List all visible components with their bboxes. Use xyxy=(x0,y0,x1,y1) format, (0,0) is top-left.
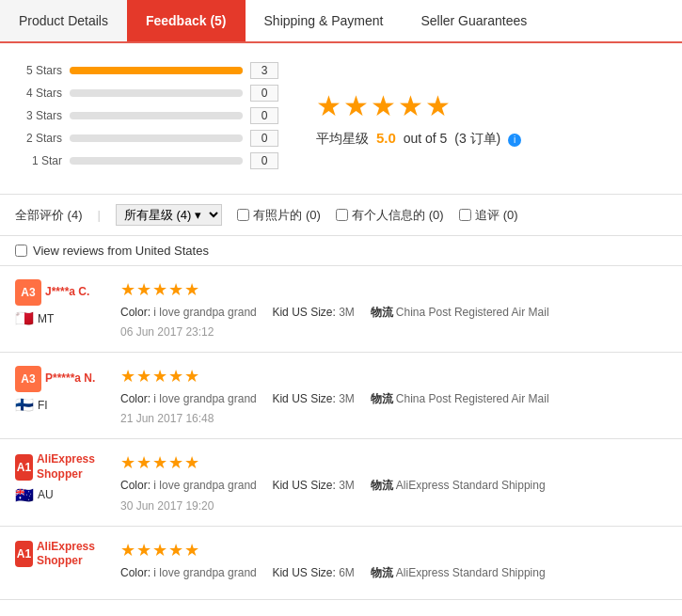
size-value: 3M xyxy=(339,479,355,492)
star-label-2: 2 Stars xyxy=(15,132,62,145)
country-code: MT xyxy=(38,312,54,325)
review-content: ★★★★★ Color: i love grandpa grand Kid US… xyxy=(120,452,667,512)
view-us-label: View reviews from United States xyxy=(33,244,209,258)
avg-num: 5.0 xyxy=(376,130,396,146)
country-code: AU xyxy=(38,488,54,501)
tab-product-details[interactable]: Product Details xyxy=(0,0,127,41)
filter-bar: 全部评价 (4) | 所有星级 (4) ▾ 有照片的(0) 有个人信息的(0) … xyxy=(0,195,682,236)
reviewer-country: 🇲🇹MT xyxy=(15,309,54,327)
bar-bg-2 xyxy=(70,134,243,142)
star-count-5: 3 xyxy=(250,62,278,79)
bar-fill-5 xyxy=(70,67,243,74)
avg-text: 平均星级 5.0 out of 5 (3 订单) i xyxy=(316,130,521,148)
rating-display: ★★★★★ 平均星级 5.0 out of 5 (3 订单) i xyxy=(297,62,521,175)
color-label: Color: xyxy=(120,566,151,579)
review-stars: ★★★★★ xyxy=(120,366,667,387)
size-value: 3M xyxy=(339,306,355,319)
tab-shipping-payment[interactable]: Shipping & Payment xyxy=(246,0,403,41)
star-label-1: 1 Star xyxy=(15,154,62,167)
star-filter-select[interactable]: 所有星级 (4) ▾ xyxy=(116,204,222,226)
review-content: ★★★★★ Color: i love grandpa grand Kid US… xyxy=(120,279,667,339)
star-row-3: 3 Stars 0 xyxy=(15,107,278,124)
rating-summary: 5 Stars 3 4 Stars 0 3 Stars 0 2 Stars xyxy=(0,43,682,195)
review-stars: ★★★★★ xyxy=(120,279,667,300)
review-stars: ★★★★★ xyxy=(120,452,667,473)
review-date: 21 Jun 2017 16:48 xyxy=(120,412,667,425)
reviewer-name: J****a C. xyxy=(45,285,89,300)
star-count-2: 0 xyxy=(250,130,278,147)
review-row: A1 AliExpress Shopper 🇦🇺AU ★★★★★ Color: … xyxy=(0,439,682,526)
review-meta: Color: i love grandpa grand Kid US Size:… xyxy=(120,304,667,322)
bar-bg-5 xyxy=(70,67,243,74)
filter-follow-checkbox[interactable] xyxy=(459,209,471,221)
filter-with-photo-count: (0) xyxy=(306,208,321,222)
filter-divider: | xyxy=(98,208,101,222)
reviewer-country: 🇦🇺AU xyxy=(15,486,54,504)
reviewer-country: 🇫🇮FI xyxy=(15,396,48,414)
review-date: 06 Jun 2017 23:12 xyxy=(120,325,667,339)
avatar: A3 xyxy=(15,279,41,306)
filter-with-photo-checkbox[interactable] xyxy=(237,209,249,221)
bar-bg-4 xyxy=(70,89,243,97)
review-row: A1 AliExpress Shopper ★★★★★ Color: i lov… xyxy=(0,527,682,600)
shipping-label: 物流 xyxy=(371,306,393,319)
color-value: i love grandpa grand xyxy=(153,566,256,579)
avatar: A1 xyxy=(15,454,33,481)
tab-seller-guarantees[interactable]: Seller Guarantees xyxy=(402,0,546,41)
size-label: Kid US Size: xyxy=(272,392,335,405)
color-label: Color: xyxy=(120,392,151,405)
star-label-3: 3 Stars xyxy=(15,109,62,122)
filter-all[interactable]: 全部评价 (4) xyxy=(15,207,83,224)
flag-icon: 🇫🇮 xyxy=(15,396,34,414)
info-icon[interactable]: i xyxy=(508,134,521,147)
shipping-label: 物流 xyxy=(371,479,393,492)
size-label: Kid US Size: xyxy=(272,566,335,579)
filter-follow[interactable]: 追评(0) xyxy=(459,207,518,224)
review-row: A3 J****a C. 🇲🇹MT ★★★★★ Color: i love gr… xyxy=(0,266,682,353)
country-code: FI xyxy=(38,399,48,412)
star-count-4: 0 xyxy=(250,85,278,102)
star-row-1: 1 Star 0 xyxy=(15,152,278,169)
color-value: i love grandpa grand xyxy=(153,392,256,405)
size-value: 6M xyxy=(339,566,355,579)
color-label: Color: xyxy=(120,306,151,319)
reviewer-info: A1 AliExpress Shopper xyxy=(15,540,109,586)
shipping-label: 物流 xyxy=(371,566,393,579)
filter-with-info[interactable]: 有个人信息的(0) xyxy=(336,207,444,224)
star-row-2: 2 Stars 0 xyxy=(15,130,278,147)
color-label: Color: xyxy=(120,479,151,492)
color-value: i love grandpa grand xyxy=(153,306,256,319)
star-count-3: 0 xyxy=(250,107,278,124)
review-meta: Color: i love grandpa grand Kid US Size:… xyxy=(120,564,667,582)
star-row-4: 4 Stars 0 xyxy=(15,85,278,102)
reviewer-name: P*****a N. xyxy=(45,371,95,387)
review-date: 30 Jun 2017 19:20 xyxy=(120,499,667,513)
star-row-5: 5 Stars 3 xyxy=(15,62,278,79)
review-stars: ★★★★★ xyxy=(120,540,667,561)
filter-with-info-checkbox[interactable] xyxy=(336,209,348,221)
star-label-4: 4 Stars xyxy=(15,87,62,100)
size-label: Kid US Size: xyxy=(272,479,335,492)
filter-follow-count: (0) xyxy=(503,208,518,222)
order-count: (3 订单) xyxy=(454,131,500,146)
avatar: A3 xyxy=(15,366,41,392)
flag-icon: 🇦🇺 xyxy=(15,486,34,504)
flag-icon: 🇲🇹 xyxy=(15,309,34,327)
reviewer-name: AliExpress Shopper xyxy=(37,452,109,482)
review-meta: Color: i love grandpa grand Kid US Size:… xyxy=(120,477,667,495)
shipping-label: 物流 xyxy=(371,392,393,405)
bar-bg-1 xyxy=(70,157,243,165)
size-label: Kid US Size: xyxy=(272,306,335,319)
filter-follow-label: 追评 xyxy=(475,207,500,224)
review-content: ★★★★★ Color: i love grandpa grand Kid US… xyxy=(120,366,667,425)
view-us-checkbox[interactable] xyxy=(15,245,27,257)
star-count-1: 0 xyxy=(250,152,278,169)
filter-with-info-count: (0) xyxy=(429,208,444,222)
filter-with-info-label: 有个人信息的 xyxy=(352,207,425,224)
shipping-value: China Post Registered Air Mail xyxy=(396,392,549,405)
reviews-container: A3 J****a C. 🇲🇹MT ★★★★★ Color: i love gr… xyxy=(0,266,682,600)
tab-feedback[interactable]: Feedback (5) xyxy=(127,0,246,41)
avg-prefix: 平均星级 xyxy=(316,131,369,146)
filter-with-photo[interactable]: 有照片的(0) xyxy=(237,207,321,224)
shipping-value: AliExpress Standard Shipping xyxy=(396,479,546,492)
